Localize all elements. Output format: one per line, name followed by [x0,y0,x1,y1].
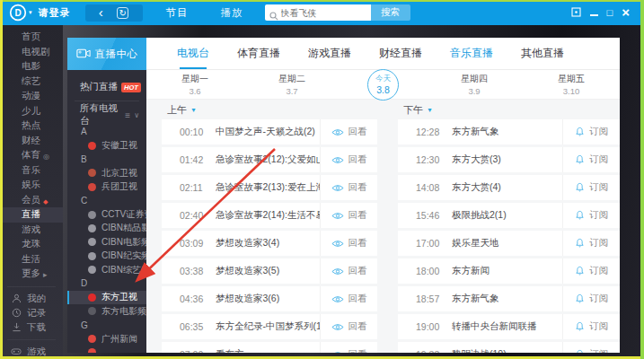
sidebar-item[interactable]: 游戏 [0,223,63,238]
login-link[interactable]: 请登录 [39,6,71,20]
subscribe-button[interactable]: 订阅 [562,119,620,144]
replay-button[interactable]: 回看 [320,258,377,284]
replay-button[interactable]: 回看 [320,175,377,200]
channel-item[interactable] [67,346,146,353]
sidebar-item[interactable]: 热点 [0,118,63,134]
sidebar-item[interactable]: 音乐 [0,163,63,179]
channel-item[interactable]: CIBN综艺频道 [67,263,146,276]
search-input[interactable] [265,4,371,21]
category-tab[interactable]: 游戏直播 [306,38,353,69]
week-day[interactable]: 星期五 3.10 [550,73,593,96]
sidebar-item[interactable]: 动漫 [0,89,63,104]
refresh-icon[interactable]: ↻ [117,7,128,19]
channel-item[interactable]: G [67,318,146,331]
sidebar-item[interactable]: 直播 [0,207,63,223]
replay-button[interactable]: 回看 [320,231,377,256]
channel-item[interactable]: CIBN精品影视 [67,222,146,235]
sidebar-item[interactable]: 会员 [0,193,63,208]
replay-button[interactable]: 回看 [320,147,377,172]
program-row[interactable]: 18:00 东方新闻 订阅 [398,258,620,284]
program-row[interactable]: 14:08 东方大赏(4) 订阅 [398,175,620,200]
sidebar-item-download[interactable]: 下载 [0,320,63,335]
close-icon[interactable]: × [622,7,630,18]
subscribe-button[interactable]: 订阅 [562,175,620,200]
sidebar-item-games[interactable]: 游戏 [0,345,63,359]
program-row[interactable]: 03:38 梦想改造家3(5) 回看 [162,258,377,284]
program-row[interactable]: 12:28 东方新气象 订阅 [398,119,620,144]
replay-button[interactable]: 回看 [320,203,377,228]
subscribe-button[interactable]: 订阅 [562,203,620,228]
program-row[interactable]: 12:30 东方大赏(3) 订阅 [398,147,620,172]
hot-live-entry[interactable]: 热门直播 HOT [67,77,146,97]
list-icon[interactable]: ≡ [125,110,130,120]
sidebar-item[interactable]: 生活 [0,252,63,267]
channel-item[interactable]: D [67,276,146,290]
maximize-icon[interactable]: □ [607,7,613,18]
channel-item[interactable]: 东方卫视 [67,291,146,304]
program-row[interactable]: 04:36 梦想改造家3(6) 回看 [162,286,377,311]
sidebar-item[interactable]: 综艺 [0,74,63,90]
channel-item[interactable]: B [67,153,146,166]
program-row[interactable]: 19:00 转播中央台新闻联播 订阅 [398,314,620,339]
channel-item[interactable]: 北京卫视 [67,166,146,180]
category-tab[interactable]: 音乐直播 [448,38,495,69]
channel-item[interactable]: 安徽卫视 [67,138,146,152]
sidebar-item[interactable]: 电视剧 [0,45,63,60]
week-day[interactable]: 星期四 3.9 [453,73,496,96]
channel-item[interactable]: CIBN电影频道 [67,235,146,249]
program-row[interactable]: 00:10 中国梦之声-天籁之战(2) 回看 [162,119,377,144]
chevron-down-icon[interactable]: ∨ [134,111,139,119]
program-row[interactable]: 02:40 急诊室故事2(14):生活不易 回看 [162,203,377,228]
channel-item[interactable]: C [67,194,146,207]
sidebar-item[interactable]: 少儿 [0,104,63,119]
sidebar-item[interactable]: 娱乐 [0,178,63,193]
week-day[interactable]: 星期二 3.7 [270,73,313,96]
subscribe-button[interactable]: 订阅 [562,258,620,284]
app-logo-icon[interactable]: D ▾ [9,4,32,22]
program-row[interactable]: 07:00 看东方 回看 [162,342,377,353]
replay-button[interactable]: 回看 [320,286,377,311]
channel-item[interactable]: 兵团卫视 [67,180,146,194]
back-icon[interactable]: ‹ [99,5,103,19]
channel-item[interactable]: 东方电影频道 [67,304,146,318]
program-row[interactable]: 02:11 急诊室故事2(13):爱在上海 回看 [162,175,377,200]
replay-button[interactable]: 回看 [320,314,377,339]
subscribe-button[interactable]: 订阅 [562,147,620,172]
subscribe-button[interactable]: 订阅 [562,286,620,311]
category-tab[interactable]: 其他直播 [519,38,566,69]
channel-item[interactable]: CCTV证券资讯 [67,207,146,221]
skin-settings-icon[interactable] [571,7,581,19]
sidebar-item-mine[interactable]: 我的 [0,292,63,306]
program-row[interactable]: 03:09 梦想改造家3(4) 回看 [162,231,377,256]
subscribe-button[interactable]: 订阅 [562,314,620,339]
program-row[interactable]: 06:35 东方全纪录-中国梦系列(1) 回看 [162,314,377,339]
category-tab[interactable]: 电视台 [175,38,211,69]
sidebar-item[interactable]: 龙珠 [0,237,63,252]
channel-item[interactable]: 广州新闻 [67,332,146,346]
replay-button[interactable]: 回看 [320,119,377,144]
minimize-icon[interactable] [590,14,598,16]
week-day[interactable]: 今天 3.8 [367,69,399,101]
channel-item[interactable]: CIBN纪实频道 [67,250,146,263]
sidebar-item[interactable]: 财经 [0,134,63,149]
category-tab[interactable]: 体育直播 [235,38,282,69]
sidebar-item[interactable]: 更多 [0,267,63,282]
search-button[interactable]: 搜索 [371,4,410,21]
afternoon-header[interactable]: 下午 ▼ [398,100,620,119]
tab-play[interactable]: 播放 [221,6,243,20]
replay-button[interactable]: 回看 [320,342,377,353]
morning-header[interactable]: 上午 ▼ [162,100,377,119]
program-row[interactable]: 18:57 东方新气象 订阅 [398,286,620,311]
sidebar-item[interactable]: 首页 [0,30,63,45]
program-row[interactable]: 01:42 急诊室故事2(12):父爱如山 回看 [162,147,377,172]
all-channels-header[interactable]: 所有电视台 ≡ ∨ [67,105,146,125]
subscribe-button[interactable]: 订阅 [562,231,620,256]
logo-dropdown-caret-icon[interactable]: ▾ [29,9,32,16]
sidebar-item[interactable]: 电影 [0,59,63,74]
category-tab[interactable]: 财经直播 [377,38,424,69]
program-row[interactable]: 17:00 娱乐星天地 订阅 [398,231,620,256]
sidebar-item[interactable]: 体育 [0,148,63,163]
sidebar-item-history[interactable]: 记录 [0,306,63,320]
subscribe-button[interactable]: 订阅 [562,342,620,353]
program-row[interactable]: 15:46 极限挑战2(1) 订阅 [398,203,620,228]
